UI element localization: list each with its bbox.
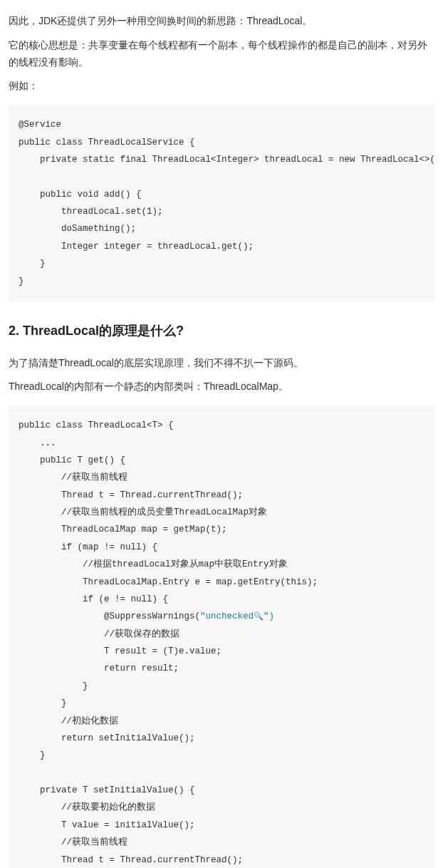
paragraph-example-lead: 例如： bbox=[9, 78, 434, 95]
code-line: } bbox=[19, 681, 88, 691]
code-line: } bbox=[19, 259, 46, 269]
paragraph-core-idea: 它的核心思想是：共享变量在每个线程都有一个副本，每个线程操作的都是自己的副本，对… bbox=[9, 37, 434, 71]
code-block-service: @Service public class ThreadLocalService… bbox=[9, 105, 434, 301]
code-string: "unchecked bbox=[200, 611, 254, 621]
code-line: //获取当前线程的成员变量ThreadLocalMap对象 bbox=[19, 507, 267, 517]
code-block-threadlocal: public class ThreadLocal<T> { ... public… bbox=[9, 405, 434, 868]
code-line: public class ThreadLocal<T> { bbox=[19, 420, 174, 430]
code-line: T result = (T)e.value; bbox=[19, 646, 222, 656]
code-line: threadLocal.set(1); bbox=[19, 207, 163, 217]
code-string-close: ") bbox=[264, 611, 274, 621]
code-line: return result; bbox=[19, 663, 179, 673]
code-line: } bbox=[19, 750, 46, 760]
code-line: ThreadLocalMap.Entry e = map.getEntry(th… bbox=[19, 577, 318, 587]
code-line: //获取要初始化的数据 bbox=[19, 802, 155, 812]
code-line: T value = initialValue(); bbox=[19, 820, 195, 830]
code-line: if (e != null) { bbox=[19, 594, 168, 604]
code-line: ThreadLocalMap map = getMap(t); bbox=[19, 525, 227, 534]
code-line: return setInitialValue(); bbox=[19, 733, 195, 743]
code-line: if (map != null) { bbox=[19, 542, 157, 552]
code-line: doSamething(); bbox=[19, 224, 136, 234]
code-line: public void add() { bbox=[19, 190, 142, 200]
paragraph-intro: 因此，JDK还提供了另外一种用空间换时间的新思路：ThreadLocal。 bbox=[9, 13, 434, 30]
code-line: public class ThreadLocalService { bbox=[19, 138, 195, 148]
code-line: private static final ThreadLocal<Integer… bbox=[19, 155, 434, 165]
paragraph-source-lead: 为了搞清楚ThreadLocal的底层实现原理，我们不得不扒一下源码。 bbox=[9, 355, 434, 372]
code-line: //根据threadLocal对象从map中获取Entry对象 bbox=[19, 559, 288, 569]
code-line: @SuppressWarnings( bbox=[19, 611, 200, 621]
code-line: //获取当前线程 bbox=[19, 472, 127, 482]
code-line: public T get() { bbox=[19, 455, 125, 465]
code-line: Integer integer = threadLocal.get(); bbox=[19, 242, 254, 252]
code-line: Thread t = Thread.currentThread(); bbox=[19, 855, 243, 865]
magnifier-icon: 🔍 bbox=[254, 609, 264, 624]
code-line: ... bbox=[19, 438, 56, 448]
code-line: } bbox=[19, 698, 67, 708]
code-line: private T setInitialValue() { bbox=[19, 785, 195, 795]
section-heading-2: 2. ThreadLocal的原理是什么? bbox=[9, 320, 434, 342]
code-line: //初始化数据 bbox=[19, 716, 118, 726]
code-line: Thread t = Thread.currentThread(); bbox=[19, 490, 243, 500]
code-line: @Service bbox=[19, 120, 61, 130]
code-line: //获取保存的数据 bbox=[19, 629, 179, 639]
paragraph-map-intro: ThreadLocal的内部有一个静态的内部类叫：ThreadLocalMap。 bbox=[9, 378, 434, 396]
code-line: //获取当前线程 bbox=[19, 837, 127, 847]
code-line: } bbox=[19, 277, 24, 286]
